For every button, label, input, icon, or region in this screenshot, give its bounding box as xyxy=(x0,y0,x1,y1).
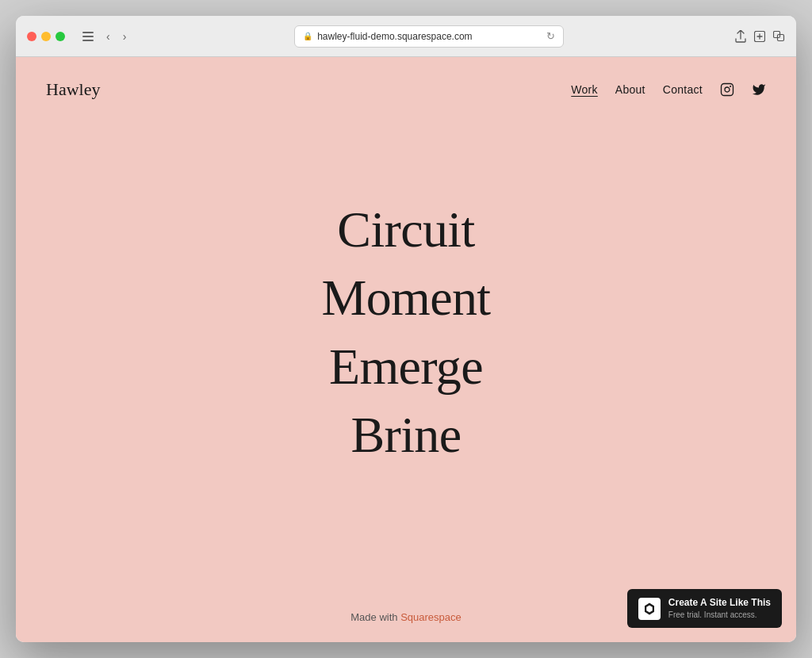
squarespace-badge[interactable]: Create A Site Like This Free trial. Inst… xyxy=(627,589,782,628)
sidebar-toggle-button[interactable] xyxy=(79,30,97,43)
svg-rect-2 xyxy=(82,40,94,41)
work-item-circuit[interactable]: Circuit xyxy=(337,196,474,264)
site-nav: Work About Contact xyxy=(571,82,766,97)
share-button[interactable] xyxy=(735,30,746,43)
nav-contact[interactable]: Contact xyxy=(663,83,703,96)
instagram-icon[interactable] xyxy=(720,82,734,97)
twitter-icon[interactable] xyxy=(752,82,766,97)
browser-window: ‹ › 🔒 hawley-fluid-demo.squarespace.com … xyxy=(16,16,796,642)
minimize-button[interactable] xyxy=(41,32,51,41)
forward-button[interactable]: › xyxy=(120,29,130,44)
address-bar[interactable]: 🔒 hawley-fluid-demo.squarespace.com ↻ xyxy=(294,25,564,48)
lock-icon: 🔒 xyxy=(303,32,312,40)
badge-subtitle: Free trial. Instant access. xyxy=(668,610,771,620)
work-item-emerge[interactable]: Emerge xyxy=(329,333,483,401)
browser-controls: ‹ › xyxy=(79,29,129,44)
work-item-brine[interactable]: Brine xyxy=(350,401,461,469)
site-logo[interactable]: Hawley xyxy=(46,79,100,100)
fullscreen-button[interactable] xyxy=(56,32,65,41)
work-list: Circuit Moment Emerge Brine xyxy=(321,196,490,470)
windows-button[interactable] xyxy=(773,31,785,42)
browser-chrome: ‹ › 🔒 hawley-fluid-demo.squarespace.com … xyxy=(16,16,796,57)
nav-work[interactable]: Work xyxy=(571,83,598,96)
traffic-lights xyxy=(27,32,65,41)
work-item-moment[interactable]: Moment xyxy=(321,264,490,332)
badge-text: Create A Site Like This Free trial. Inst… xyxy=(668,597,771,620)
badge-title: Create A Site Like This xyxy=(668,597,771,610)
main-content: Circuit Moment Emerge Brine xyxy=(16,100,796,597)
nav-about[interactable]: About xyxy=(615,83,645,96)
back-button[interactable]: ‹ xyxy=(103,29,113,44)
url-text: hawley-fluid-demo.squarespace.com xyxy=(317,31,472,42)
browser-actions xyxy=(735,30,785,43)
address-bar-wrapper: 🔒 hawley-fluid-demo.squarespace.com ↻ xyxy=(137,25,721,48)
footer-text: Made with xyxy=(350,611,400,623)
svg-rect-6 xyxy=(722,84,733,96)
svg-point-8 xyxy=(730,86,731,87)
page-content: Hawley Work About Contact xyxy=(16,57,796,642)
reload-icon: ↻ xyxy=(546,30,555,42)
close-button[interactable] xyxy=(27,32,36,41)
svg-rect-1 xyxy=(82,36,94,37)
new-tab-button[interactable] xyxy=(754,31,765,42)
svg-rect-0 xyxy=(82,32,94,33)
squarespace-link[interactable]: Squarespace xyxy=(400,611,462,623)
badge-logo-icon xyxy=(638,598,661,620)
svg-point-7 xyxy=(725,87,730,92)
site-header: Hawley Work About Contact xyxy=(16,57,796,100)
